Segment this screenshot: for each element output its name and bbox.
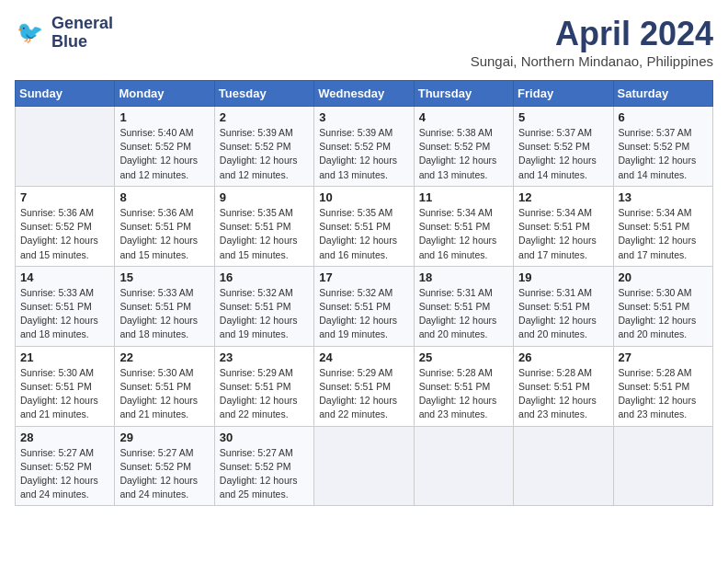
day-number: 10 <box>319 190 408 204</box>
day-info: Sunrise: 5:34 AM Sunset: 5:51 PM Dayligh… <box>619 206 708 262</box>
calendar-week-row: 7Sunrise: 5:36 AM Sunset: 5:52 PM Daylig… <box>16 186 713 266</box>
calendar-day-cell: 22Sunrise: 5:30 AM Sunset: 5:51 PM Dayli… <box>115 346 214 426</box>
day-info: Sunrise: 5:39 AM Sunset: 5:52 PM Dayligh… <box>319 126 408 182</box>
day-info: Sunrise: 5:36 AM Sunset: 5:52 PM Dayligh… <box>20 206 109 262</box>
day-info: Sunrise: 5:28 AM Sunset: 5:51 PM Dayligh… <box>419 366 508 422</box>
calendar-table: SundayMondayTuesdayWednesdayThursdayFrid… <box>15 80 713 506</box>
calendar-day-cell: 6Sunrise: 5:37 AM Sunset: 5:52 PM Daylig… <box>613 107 712 187</box>
day-number: 11 <box>419 190 508 204</box>
day-info: Sunrise: 5:36 AM Sunset: 5:51 PM Dayligh… <box>119 206 209 262</box>
day-number: 29 <box>119 431 209 444</box>
calendar-day-cell: 30Sunrise: 5:27 AM Sunset: 5:52 PM Dayli… <box>214 426 313 506</box>
day-info: Sunrise: 5:27 AM Sunset: 5:52 PM Dayligh… <box>220 446 309 502</box>
calendar-day-cell: 15Sunrise: 5:33 AM Sunset: 5:51 PM Dayli… <box>115 266 214 346</box>
calendar-day-cell <box>613 426 712 506</box>
calendar-day-cell: 11Sunrise: 5:34 AM Sunset: 5:51 PM Dayli… <box>414 186 513 266</box>
calendar-day-cell <box>16 107 115 187</box>
calendar-day-cell: 7Sunrise: 5:36 AM Sunset: 5:52 PM Daylig… <box>16 186 115 266</box>
day-info: Sunrise: 5:27 AM Sunset: 5:52 PM Dayligh… <box>20 446 109 502</box>
day-info: Sunrise: 5:37 AM Sunset: 5:52 PM Dayligh… <box>619 126 708 182</box>
logo-icon: 🐦 <box>15 17 48 50</box>
calendar-day-cell: 21Sunrise: 5:30 AM Sunset: 5:51 PM Dayli… <box>16 346 115 426</box>
day-number: 24 <box>319 350 408 364</box>
day-info: Sunrise: 5:31 AM Sunset: 5:51 PM Dayligh… <box>419 286 508 342</box>
day-number: 28 <box>20 431 109 444</box>
day-number: 21 <box>20 350 109 364</box>
day-info: Sunrise: 5:31 AM Sunset: 5:51 PM Dayligh… <box>518 286 608 342</box>
day-number: 2 <box>220 110 309 124</box>
page-header: 🐦 General Blue April 2024 Sungai, Northe… <box>15 15 713 69</box>
calendar-week-row: 1Sunrise: 5:40 AM Sunset: 5:52 PM Daylig… <box>16 107 713 187</box>
weekday-header-row: SundayMondayTuesdayWednesdayThursdayFrid… <box>16 81 713 107</box>
calendar-day-cell: 20Sunrise: 5:30 AM Sunset: 5:51 PM Dayli… <box>613 266 712 346</box>
calendar-day-cell: 24Sunrise: 5:29 AM Sunset: 5:51 PM Dayli… <box>314 346 414 426</box>
calendar-day-cell: 29Sunrise: 5:27 AM Sunset: 5:52 PM Dayli… <box>115 426 214 506</box>
svg-text:🐦: 🐦 <box>17 19 44 45</box>
day-info: Sunrise: 5:33 AM Sunset: 5:51 PM Dayligh… <box>119 286 209 342</box>
day-number: 22 <box>119 350 209 364</box>
day-info: Sunrise: 5:37 AM Sunset: 5:52 PM Dayligh… <box>518 126 608 182</box>
day-info: Sunrise: 5:32 AM Sunset: 5:51 PM Dayligh… <box>319 286 408 342</box>
calendar-day-cell: 10Sunrise: 5:35 AM Sunset: 5:51 PM Dayli… <box>314 186 414 266</box>
day-number: 4 <box>419 110 508 124</box>
calendar-day-cell: 26Sunrise: 5:28 AM Sunset: 5:51 PM Dayli… <box>514 346 613 426</box>
calendar-day-cell: 27Sunrise: 5:28 AM Sunset: 5:51 PM Dayli… <box>613 346 712 426</box>
day-number: 12 <box>518 190 608 204</box>
weekday-header-cell: Wednesday <box>314 81 414 107</box>
calendar-day-cell: 1Sunrise: 5:40 AM Sunset: 5:52 PM Daylig… <box>115 107 214 187</box>
day-info: Sunrise: 5:33 AM Sunset: 5:51 PM Dayligh… <box>20 286 109 342</box>
day-info: Sunrise: 5:27 AM Sunset: 5:52 PM Dayligh… <box>119 446 209 502</box>
day-info: Sunrise: 5:35 AM Sunset: 5:51 PM Dayligh… <box>319 206 408 262</box>
day-number: 5 <box>518 110 608 124</box>
weekday-header-cell: Thursday <box>414 81 513 107</box>
day-number: 16 <box>220 270 309 284</box>
day-info: Sunrise: 5:34 AM Sunset: 5:51 PM Dayligh… <box>419 206 508 262</box>
day-info: Sunrise: 5:35 AM Sunset: 5:51 PM Dayligh… <box>220 206 309 262</box>
calendar-day-cell: 2Sunrise: 5:39 AM Sunset: 5:52 PM Daylig… <box>214 107 313 187</box>
weekday-header-cell: Sunday <box>16 81 115 107</box>
day-info: Sunrise: 5:29 AM Sunset: 5:51 PM Dayligh… <box>220 366 309 422</box>
day-info: Sunrise: 5:38 AM Sunset: 5:52 PM Dayligh… <box>419 126 508 182</box>
day-number: 20 <box>619 270 708 284</box>
calendar-day-cell: 19Sunrise: 5:31 AM Sunset: 5:51 PM Dayli… <box>514 266 613 346</box>
day-number: 8 <box>119 190 209 204</box>
calendar-day-cell: 16Sunrise: 5:32 AM Sunset: 5:51 PM Dayli… <box>214 266 313 346</box>
day-number: 19 <box>518 270 608 284</box>
day-info: Sunrise: 5:34 AM Sunset: 5:51 PM Dayligh… <box>518 206 608 262</box>
day-info: Sunrise: 5:30 AM Sunset: 5:51 PM Dayligh… <box>20 366 109 422</box>
day-number: 1 <box>119 110 209 124</box>
calendar-day-cell <box>414 426 513 506</box>
day-info: Sunrise: 5:28 AM Sunset: 5:51 PM Dayligh… <box>518 366 608 422</box>
calendar-day-cell: 28Sunrise: 5:27 AM Sunset: 5:52 PM Dayli… <box>16 426 115 506</box>
calendar-day-cell: 9Sunrise: 5:35 AM Sunset: 5:51 PM Daylig… <box>214 186 313 266</box>
day-number: 15 <box>119 270 209 284</box>
day-number: 25 <box>419 350 508 364</box>
weekday-header-cell: Saturday <box>613 81 712 107</box>
day-info: Sunrise: 5:40 AM Sunset: 5:52 PM Dayligh… <box>119 126 209 182</box>
calendar-day-cell: 5Sunrise: 5:37 AM Sunset: 5:52 PM Daylig… <box>514 107 613 187</box>
calendar-day-cell: 8Sunrise: 5:36 AM Sunset: 5:51 PM Daylig… <box>115 186 214 266</box>
day-number: 27 <box>619 350 708 364</box>
calendar-week-row: 21Sunrise: 5:30 AM Sunset: 5:51 PM Dayli… <box>16 346 713 426</box>
calendar-day-cell: 17Sunrise: 5:32 AM Sunset: 5:51 PM Dayli… <box>314 266 414 346</box>
day-info: Sunrise: 5:29 AM Sunset: 5:51 PM Dayligh… <box>319 366 408 422</box>
day-number: 18 <box>419 270 508 284</box>
calendar-week-row: 14Sunrise: 5:33 AM Sunset: 5:51 PM Dayli… <box>16 266 713 346</box>
day-info: Sunrise: 5:28 AM Sunset: 5:51 PM Dayligh… <box>619 366 708 422</box>
day-number: 7 <box>20 190 109 204</box>
calendar-day-cell: 23Sunrise: 5:29 AM Sunset: 5:51 PM Dayli… <box>214 346 313 426</box>
day-number: 6 <box>619 110 708 124</box>
calendar-day-cell: 14Sunrise: 5:33 AM Sunset: 5:51 PM Dayli… <box>16 266 115 346</box>
day-number: 13 <box>619 190 708 204</box>
title-block: April 2024 Sungai, Northern Mindanao, Ph… <box>471 15 713 69</box>
calendar-day-cell <box>514 426 613 506</box>
calendar-day-cell: 13Sunrise: 5:34 AM Sunset: 5:51 PM Dayli… <box>613 186 712 266</box>
day-number: 3 <box>319 110 408 124</box>
calendar-day-cell: 4Sunrise: 5:38 AM Sunset: 5:52 PM Daylig… <box>414 107 513 187</box>
calendar-day-cell: 12Sunrise: 5:34 AM Sunset: 5:51 PM Dayli… <box>514 186 613 266</box>
calendar-day-cell <box>314 426 414 506</box>
day-number: 17 <box>319 270 408 284</box>
day-info: Sunrise: 5:30 AM Sunset: 5:51 PM Dayligh… <box>119 366 209 422</box>
calendar-title: April 2024 <box>471 15 713 53</box>
day-number: 14 <box>20 270 109 284</box>
